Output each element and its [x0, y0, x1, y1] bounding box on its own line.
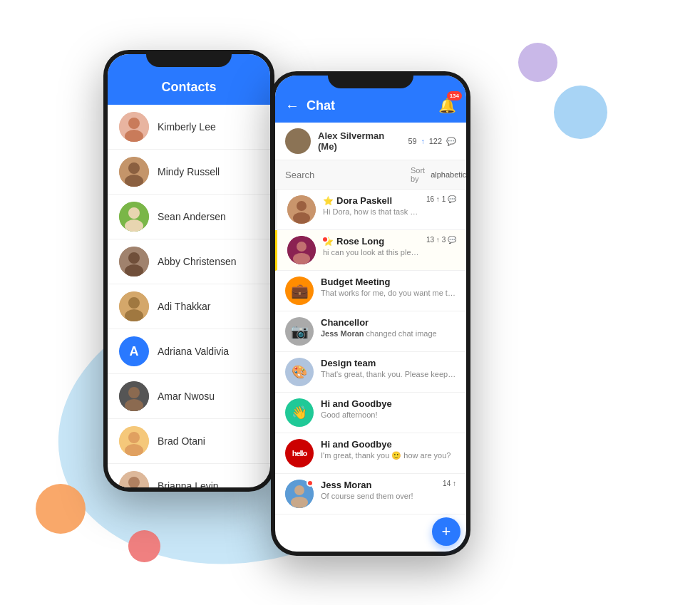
list-item[interactable]: Amar Nwosu: [108, 374, 270, 419]
chat-content-hibye2: Hi and Goodbye I'm great, thank you 🙂 ho…: [321, 439, 456, 460]
chat-name-row-chancellor: Chancellor: [321, 317, 456, 328]
fab-button[interactable]: +: [432, 517, 460, 546]
chat-name-rose: Rose Long: [336, 236, 384, 247]
chat-avatar-rose: [287, 236, 316, 264]
avatar: [119, 247, 149, 276]
chat-preview-hibye1: Good afternoon!: [321, 410, 456, 419]
avatar: [119, 202, 149, 232]
contact-name: Kimberly Lee: [158, 121, 216, 133]
me-row[interactable]: Alex Silverman (Me) 59 ↑ 122 💬: [275, 123, 466, 160]
chat-preview-chancellor: Jess Moran changed chat image: [321, 329, 456, 338]
chat-item-budget[interactable]: 💼 Budget Meeting That works for me, do y…: [275, 271, 466, 311]
contacts-title: Contacts: [161, 80, 216, 94]
stat1: 59: [408, 137, 416, 145]
chat-name-row-hibye1: Hi and Goodbye: [321, 398, 456, 409]
svg-point-19: [128, 432, 140, 443]
svg-point-16: [128, 387, 140, 398]
list-item[interactable]: A Adriana Valdivia: [108, 329, 270, 374]
contacts-phone: Contacts Kimberly Lee Mindy Russell: [103, 50, 274, 492]
chat-content-design: Design team That's great, thank you. Ple…: [321, 358, 456, 378]
contacts-screen: Contacts Kimberly Lee Mindy Russell: [108, 54, 270, 487]
chat-item-hibye2[interactable]: hello Hi and Goodbye I'm great, thank yo…: [275, 433, 466, 474]
list-item[interactable]: Kimberly Lee: [108, 105, 270, 150]
contacts-phone-frame: Contacts Kimberly Lee Mindy Russell: [103, 50, 274, 492]
contact-name: Amar Nwosu: [158, 391, 215, 402]
chat-name-design: Design team: [321, 358, 376, 368]
avatar: [119, 426, 149, 456]
list-item[interactable]: Brad Otani: [108, 419, 270, 464]
chat-meta-jess: 14 ↑: [443, 480, 456, 487]
chat-item-hibye1[interactable]: 👋 Hi and Goodbye Good afternoon!: [275, 393, 466, 433]
chat-avatar-design: 🎨: [285, 358, 314, 386]
chat-preview-budget: That works for me, do you want me to do.…: [321, 289, 456, 297]
svg-point-28: [297, 242, 307, 252]
chat-name-row-design: Design team: [321, 358, 456, 368]
chat-name-hibye2: Hi and Goodbye: [321, 439, 392, 450]
circle-blue: [554, 86, 607, 139]
chat-avatar-wrapper-rose: [287, 236, 316, 264]
chat-name-row-rose: ⭐ Rose Long: [323, 236, 419, 247]
sort-label: Sort by: [411, 166, 425, 183]
contact-name: Abby Christensen: [158, 256, 237, 267]
search-input[interactable]: [285, 170, 405, 180]
chat-name-jess: Jess Moran: [321, 480, 372, 490]
svg-point-32: [291, 497, 308, 508]
list-item[interactable]: Mindy Russell: [108, 150, 270, 195]
chat-avatar-hibye1: 👋: [285, 398, 314, 427]
chat-item-dora[interactable]: ⭐ Dora Paskell Hi Dora, how is that task…: [275, 190, 466, 230]
list-item[interactable]: Abby Christensen: [108, 239, 270, 284]
chat-avatar-chancellor: 📷: [285, 317, 314, 346]
stat2: 122: [429, 137, 442, 145]
chat-preview-jess: Of course send them over!: [321, 492, 436, 500]
arrow-up-icon: ↑: [421, 138, 425, 145]
contact-name: Brad Otani: [158, 435, 205, 447]
list-item[interactable]: Brianna Levin: [108, 464, 270, 487]
chat-item-rose[interactable]: ⭐ Rose Long hi can you look at this plea…: [275, 230, 466, 271]
chat-item-jess[interactable]: Jess Moran Of course send them over! 14 …: [275, 474, 466, 514]
circle-purple: [518, 43, 557, 82]
contact-name: Brianna Levin: [158, 480, 219, 487]
chat-stat-rose: 13 ↑ 3 💬: [426, 236, 456, 244]
sort-value: alphabetical: [431, 170, 466, 179]
contact-name: Adi Thakkar: [158, 301, 210, 312]
back-button[interactable]: ←: [285, 98, 299, 114]
online-indicator-jess: [307, 480, 314, 487]
chat-name-row-hibye2: Hi and Goodbye: [321, 439, 456, 450]
svg-point-31: [294, 485, 304, 495]
chancellor-bold: Jess Moran: [321, 329, 364, 338]
list-item[interactable]: Adi Thakkar: [108, 284, 270, 329]
chat-name-budget: Budget Meeting: [321, 276, 391, 287]
chat-phone: ← Chat 🔔 134 Alex Silverman (Me) 59 ↑ 12…: [271, 71, 470, 556]
chat-preview-rose: hi can you look at this please? https://…: [323, 248, 419, 257]
avatar: [119, 112, 149, 142]
chat-item-chancellor[interactable]: 📷 Chancellor Jess Moran changed chat ima…: [275, 311, 466, 352]
svg-point-26: [293, 212, 310, 224]
svg-point-25: [297, 201, 307, 211]
chat-item-design[interactable]: 🎨 Design team That's great, thank you. P…: [275, 352, 466, 393]
svg-point-10: [128, 252, 140, 264]
notch: [146, 50, 232, 67]
chat-name-hibye1: Hi and Goodbye: [321, 398, 392, 409]
avatar: [119, 291, 149, 321]
notification-count: 134: [447, 91, 462, 100]
svg-point-29: [293, 253, 310, 264]
chat-name-row: ⭐ Dora Paskell: [323, 195, 419, 206]
list-item[interactable]: Sean Andersen: [108, 195, 270, 239]
contact-name: Sean Andersen: [158, 211, 226, 222]
avatar: A: [119, 336, 149, 366]
svg-point-4: [128, 162, 140, 174]
chat-preview-dora: Hi Dora, how is that task progressing pl…: [323, 207, 419, 216]
svg-point-7: [128, 207, 140, 219]
chat-content-jess: Jess Moran Of course send them over!: [321, 480, 436, 500]
star-icon: ⭐: [323, 196, 334, 206]
chat-phone-frame: ← Chat 🔔 134 Alex Silverman (Me) 59 ↑ 12…: [271, 71, 470, 556]
avatar: [119, 381, 149, 411]
online-indicator-rose: [321, 236, 329, 243]
me-name: Alex Silverman (Me): [318, 130, 401, 152]
chat-list: ⭐ Dora Paskell Hi Dora, how is that task…: [275, 190, 466, 514]
chat-content-rose: ⭐ Rose Long hi can you look at this plea…: [323, 236, 419, 257]
me-stats: 59 ↑ 122 💬: [408, 137, 456, 146]
contact-name: Mindy Russell: [158, 166, 220, 177]
chat-stat1-dora: 16 ↑ 1 💬: [426, 195, 456, 203]
me-avatar: [285, 128, 311, 154]
